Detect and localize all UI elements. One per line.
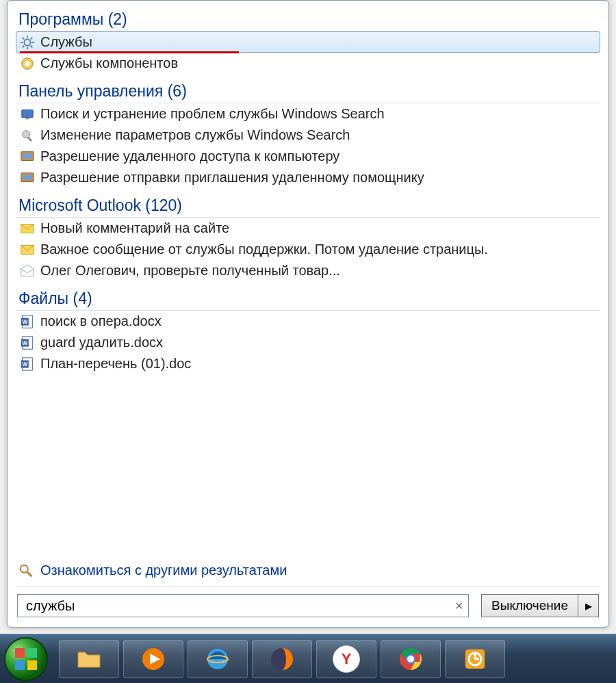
result-label: Поиск и устранение проблем службы Window… (40, 106, 385, 122)
svg-text:W: W (22, 318, 27, 324)
bottom-row: ✕ Выключение ▸ (16, 587, 600, 619)
result-services[interactable]: Службы (16, 31, 600, 53)
result-file-3[interactable]: W План-перечень (01).doc (16, 353, 600, 374)
taskbar-outlook[interactable] (445, 640, 505, 678)
svg-rect-14 (27, 136, 32, 141)
svg-rect-33 (15, 648, 25, 658)
taskbar-media-player[interactable] (123, 640, 183, 678)
taskbar-firefox[interactable] (252, 640, 312, 678)
result-label: План-перечень (01).doc (40, 356, 191, 372)
svg-point-31 (21, 565, 28, 572)
indexing-icon (20, 128, 35, 143)
word-doc-icon: W (20, 314, 35, 329)
result-label: Важное сообщение от службы поддержки. По… (40, 242, 488, 257)
category-programs-header: Программы (2) (16, 6, 600, 31)
svg-point-0 (24, 39, 30, 45)
svg-point-10 (25, 61, 29, 66)
word-doc-icon: W (20, 357, 35, 372)
mail-icon (20, 242, 35, 257)
result-label: Олег Олегович, проверьте полученный това… (40, 263, 340, 279)
result-label: Разрешение отправки приглашения удаленно… (40, 170, 424, 185)
svg-text:W: W (22, 339, 27, 346)
category-outlook-header: Microsoft Outlook (120) (16, 192, 600, 218)
svg-rect-11 (22, 109, 34, 117)
result-label: Разрешение удаленного доступа к компьюте… (40, 149, 339, 164)
taskbar-ie[interactable] (188, 640, 248, 678)
taskbar: Y (0, 634, 616, 683)
svg-rect-34 (27, 648, 37, 658)
result-file-2[interactable]: W guard удалить.docx (16, 332, 600, 353)
folder-icon (75, 645, 103, 673)
svg-line-5 (23, 37, 25, 39)
result-mail-3[interactable]: Олег Олегович, проверьте полученный това… (16, 260, 600, 281)
chrome-icon (397, 645, 424, 673)
result-component-services[interactable]: Службы компонентов (16, 53, 600, 74)
start-button[interactable] (4, 637, 48, 681)
search-box[interactable]: ✕ (17, 594, 469, 617)
result-cp-1[interactable]: Поиск и устранение проблем службы Window… (16, 103, 600, 125)
svg-rect-35 (15, 660, 25, 670)
windows-logo-icon (12, 645, 40, 673)
svg-line-7 (23, 45, 25, 47)
firefox-icon (268, 645, 296, 673)
more-results-label: Ознакомиться с другими результатами (40, 563, 287, 578)
result-label: guard удалить.docx (40, 335, 163, 350)
svg-rect-36 (27, 660, 37, 670)
taskbar-chrome[interactable] (381, 640, 441, 678)
remote-assistance-icon (20, 170, 35, 185)
troubleshoot-icon (20, 107, 35, 122)
result-label: Службы (40, 34, 92, 50)
svg-rect-16 (23, 153, 32, 158)
taskbar-yandex[interactable]: Y (316, 640, 376, 678)
shutdown-options-button[interactable]: ▸ (578, 594, 599, 617)
svg-point-44 (407, 656, 414, 662)
svg-line-32 (27, 571, 31, 576)
shutdown-group: Выключение ▸ (481, 594, 599, 617)
internet-explorer-icon (204, 645, 231, 673)
result-file-1[interactable]: W поиск в опера.docx (16, 311, 600, 332)
clear-search-icon[interactable]: ✕ (452, 599, 465, 613)
result-cp-3[interactable]: Разрешение удаленного доступа к компьюте… (16, 146, 600, 167)
chevron-right-icon: ▸ (585, 597, 592, 614)
spacer (16, 374, 600, 557)
result-label: Службы компонентов (40, 55, 178, 71)
gear-icon (20, 35, 35, 50)
result-label: Новый комментарий на сайте (40, 220, 229, 236)
search-input[interactable] (25, 597, 452, 615)
result-label: Изменение параметров службы Windows Sear… (40, 127, 350, 143)
word-doc-icon: W (20, 335, 35, 350)
yandex-icon: Y (333, 645, 360, 673)
result-cp-4[interactable]: Разрешение отправки приглашения удаленно… (16, 167, 600, 188)
search-dog-icon (18, 563, 34, 578)
component-services-icon (20, 56, 35, 71)
shutdown-button[interactable]: Выключение (481, 594, 578, 617)
svg-line-8 (31, 37, 33, 39)
taskbar-explorer[interactable] (59, 640, 119, 678)
svg-line-6 (31, 45, 33, 47)
outlook-icon (461, 645, 489, 673)
result-label: поиск в опера.docx (40, 313, 162, 329)
shutdown-label: Выключение (491, 598, 568, 613)
mail-icon (20, 221, 35, 236)
svg-rect-12 (25, 118, 29, 119)
svg-rect-18 (23, 175, 32, 179)
category-control-panel-header: Панель управления (6) (16, 78, 600, 103)
see-more-results[interactable]: Ознакомиться с другими результатами (16, 557, 600, 587)
media-player-icon (140, 645, 167, 673)
mail-open-icon (20, 263, 35, 279)
remote-access-icon (20, 149, 35, 164)
result-mail-1[interactable]: Новый комментарий на сайте (16, 218, 600, 239)
result-cp-2[interactable]: Изменение параметров службы Windows Sear… (16, 125, 600, 146)
svg-text:W: W (22, 361, 27, 367)
start-menu-search-panel: Программы (2) Службы Службы компонентов … (7, 0, 609, 628)
result-mail-2[interactable]: Важное сообщение от службы поддержки. По… (16, 239, 600, 260)
category-files-header: Файлы (4) (16, 285, 600, 311)
